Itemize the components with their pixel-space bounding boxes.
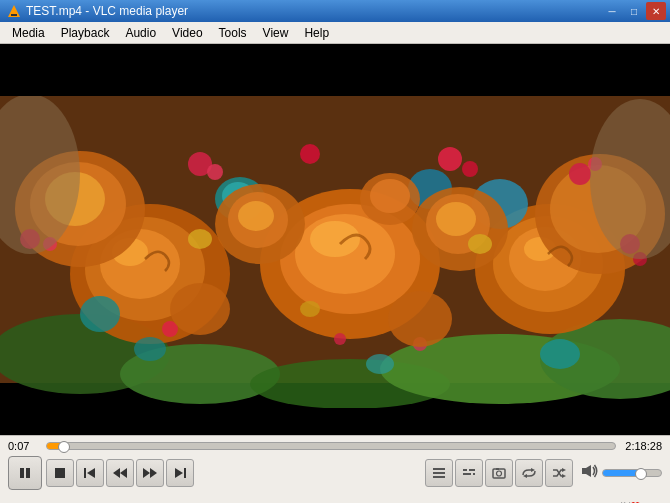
menu-view[interactable]: View [255,24,297,42]
extended-icon [462,467,476,479]
fastforward-button[interactable] [136,459,164,487]
vlc-icon [6,3,22,19]
snapshot-icon [492,467,506,479]
wikihow-watermark: wikiHow [0,499,662,503]
speaker-icon [581,463,599,479]
svg-point-53 [170,283,230,335]
letterbox-bottom [0,408,670,435]
title-bar: TEST.mp4 - VLC media player ─ □ ✕ [0,0,670,22]
svg-point-54 [388,291,452,347]
svg-rect-78 [463,473,471,475]
svg-point-34 [438,147,462,171]
svg-rect-79 [469,469,475,471]
video-area[interactable] [0,44,670,435]
svg-marker-89 [586,465,591,477]
svg-point-30 [80,296,120,332]
svg-point-57 [300,301,320,317]
svg-point-56 [468,234,492,254]
window-title: TEST.mp4 - VLC media player [26,4,188,18]
menu-help[interactable]: Help [296,24,337,42]
loop-button[interactable] [515,459,543,487]
rewind-button[interactable] [106,459,134,487]
title-controls: ─ □ ✕ [602,2,666,20]
next-icon [173,467,187,479]
svg-rect-88 [582,468,586,474]
svg-rect-66 [84,468,86,478]
svg-marker-86 [562,474,566,478]
svg-rect-64 [26,468,30,478]
stop-icon [54,467,66,479]
menu-bar: Media Playback Audio Video Tools View He… [0,22,670,44]
transport-row [8,456,662,490]
extended-button[interactable] [455,459,483,487]
menu-audio[interactable]: Audio [117,24,164,42]
next-button[interactable] [166,459,194,487]
wikihow-text: wikiHow [612,499,652,503]
time-current: 0:07 [8,440,40,452]
menu-video[interactable]: Video [164,24,210,42]
svg-point-50 [436,202,476,236]
svg-rect-83 [496,468,499,470]
loop-icon [521,467,537,479]
pause-button[interactable] [8,456,42,490]
previous-button[interactable] [76,459,104,487]
volume-slider[interactable] [602,469,662,477]
menu-media[interactable]: Media [4,24,53,42]
svg-point-32 [207,164,223,180]
svg-point-60 [540,339,580,369]
svg-point-36 [569,163,591,185]
svg-marker-70 [143,468,150,478]
random-button[interactable] [545,459,573,487]
playlist-button[interactable] [425,459,453,487]
svg-marker-72 [175,468,183,478]
svg-marker-69 [120,468,127,478]
volume-group [581,463,662,483]
seek-thumb [58,441,70,453]
svg-point-82 [497,471,502,476]
volume-icon[interactable] [581,463,599,483]
svg-rect-74 [433,468,445,470]
seek-bar[interactable] [46,442,616,450]
svg-rect-75 [433,472,445,474]
menu-tools[interactable]: Tools [211,24,255,42]
svg-point-33 [300,144,320,164]
svg-point-52 [370,179,410,213]
letterbox-top [0,44,670,96]
title-bar-left: TEST.mp4 - VLC media player [6,3,188,19]
time-total: 2:18:28 [622,440,662,452]
svg-rect-80 [473,473,475,475]
pause-icon [18,466,32,480]
svg-point-55 [188,229,212,249]
svg-marker-68 [113,468,120,478]
svg-point-61 [134,337,166,361]
svg-point-62 [366,354,394,374]
svg-marker-67 [87,468,95,478]
svg-marker-71 [150,468,157,478]
svg-rect-76 [433,476,445,478]
close-button[interactable]: ✕ [646,2,666,20]
seek-row: 0:07 2:18:28 [8,440,662,452]
svg-rect-63 [20,468,24,478]
snapshot-button[interactable] [485,459,513,487]
svg-rect-77 [463,469,467,471]
maximize-button[interactable]: □ [624,2,644,20]
right-controls [425,459,573,487]
svg-rect-1 [11,14,17,16]
svg-marker-87 [562,468,566,472]
previous-icon [83,467,97,479]
stop-button[interactable] [46,459,74,487]
svg-point-12 [310,221,360,257]
menu-playback[interactable]: Playback [53,24,118,42]
minimize-button[interactable]: ─ [602,2,622,20]
volume-thumb [635,468,647,480]
svg-rect-81 [493,469,505,478]
controls-bar: 0:07 2:18:28 [0,435,670,503]
video-frame [0,44,670,435]
playlist-icon [432,467,446,479]
svg-rect-65 [55,468,65,478]
svg-point-43 [334,333,346,345]
fastforward-icon [142,467,158,479]
rewind-icon [112,467,128,479]
svg-point-35 [462,161,478,177]
svg-point-47 [238,201,274,231]
